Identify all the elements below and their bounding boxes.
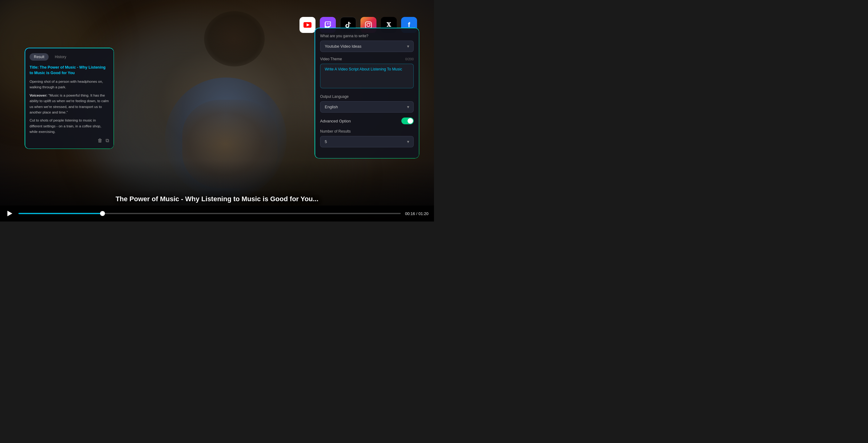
youtube-icon[interactable] (300, 17, 315, 33)
advanced-option-label: Advanced Option (320, 119, 351, 123)
voiceover-label: Voiceover: (30, 94, 48, 97)
advanced-option-toggle[interactable] (401, 118, 414, 124)
svg-point-5 (367, 23, 370, 27)
num-results-label: Number of Results (320, 129, 414, 133)
svg-rect-3 (327, 23, 328, 25)
current-time: 00:16 (405, 211, 415, 216)
play-icon (7, 211, 12, 216)
time-display: 00:16 / 01:20 (405, 211, 429, 216)
result-title: Title: The Power of Music - Why Listenin… (30, 65, 109, 76)
progress-fill (19, 213, 102, 214)
language-wrapper: English Spanish French German Japanese ▼ (320, 101, 414, 113)
total-time: 01:20 (418, 211, 429, 216)
left-panel: Result History Title: The Power of Music… (25, 48, 114, 149)
video-theme-textarea[interactable]: Write A Video Script About Listening To … (320, 64, 414, 88)
content-type-select[interactable]: Youtube Video Ideas Blog Post Social Med… (320, 41, 414, 52)
svg-rect-4 (365, 22, 372, 28)
result-body-line-2: Cut to shots of people listening to musi… (30, 118, 109, 134)
advanced-option-row: Advanced Option (320, 118, 414, 124)
result-actions: 🗑 ⧉ (30, 138, 109, 144)
char-count: 0/200 (405, 57, 414, 61)
progress-bar[interactable] (19, 213, 401, 214)
copy-icon[interactable]: ⧉ (105, 138, 109, 144)
svg-rect-2 (329, 23, 329, 25)
tabs-row: Result History (30, 53, 109, 61)
result-body-line-1: Opening shot of a person with headphones… (30, 79, 109, 90)
result-voiceover: Voiceover: "Music is a powerful thing. I… (30, 93, 109, 115)
result-body: Opening shot of a person with headphones… (30, 79, 109, 134)
video-theme-label: Video Theme (320, 57, 342, 61)
video-controls: 00:16 / 01:20 (0, 205, 434, 222)
language-select[interactable]: English Spanish French German Japanese (320, 101, 414, 113)
subtitle-text: The Power of Music - Why Listening to Mu… (116, 195, 318, 203)
subtitle-bar: The Power of Music - Why Listening to Mu… (0, 195, 434, 203)
progress-thumb[interactable] (100, 211, 105, 216)
output-language-label: Output Language (320, 94, 414, 99)
video-theme-section: Video Theme 0/200 Write A Video Script A… (320, 57, 414, 90)
right-panel: What are you ganna to write? Youtube Vid… (315, 28, 419, 158)
num-results-select[interactable]: 1234 510 (320, 136, 414, 147)
write-label: What are you ganna to write? (320, 34, 414, 38)
svg-point-6 (370, 23, 371, 24)
num-results-wrapper: 1234 510 ▼ (320, 136, 414, 147)
delete-icon[interactable]: 🗑 (98, 138, 102, 144)
content-type-wrapper: Youtube Video Ideas Blog Post Social Med… (320, 41, 414, 52)
play-button[interactable] (5, 209, 14, 218)
tab-history[interactable]: History (51, 53, 70, 61)
tab-result[interactable]: Result (30, 53, 49, 61)
